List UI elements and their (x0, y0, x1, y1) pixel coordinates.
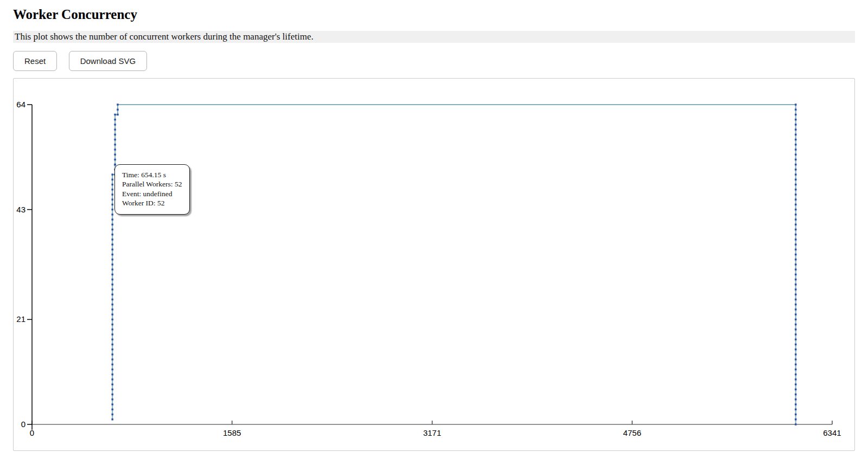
page-description: This plot shows the number of concurrent… (13, 31, 855, 43)
toolbar: Reset Download SVG (13, 51, 855, 71)
tooltip-line-time: Time: 654.15 s (122, 170, 182, 179)
tooltip-line-workers: Parallel Workers: 52 (122, 179, 182, 189)
svg-text:1585: 1585 (223, 428, 241, 437)
svg-text:3171: 3171 (423, 428, 441, 437)
reset-button[interactable]: Reset (13, 51, 57, 71)
tooltip: Time: 654.15 s Parallel Workers: 52 Even… (114, 164, 190, 215)
tooltip-line-worker-id: Worker ID: 52 (122, 198, 182, 208)
download-svg-button[interactable]: Download SVG (69, 51, 148, 71)
svg-text:21: 21 (16, 314, 25, 324)
svg-text:4756: 4756 (623, 428, 641, 437)
chart-panel: 015853171475663410214364 Time: 654.15 s … (13, 78, 855, 451)
svg-text:6341: 6341 (823, 428, 841, 437)
concurrency-chart[interactable]: 015853171475663410214364 (14, 79, 854, 450)
svg-text:64: 64 (16, 100, 25, 109)
svg-text:0: 0 (21, 420, 25, 429)
page-title: Worker Concurrency (13, 7, 855, 23)
svg-text:43: 43 (16, 205, 25, 214)
tooltip-line-event: Event: undefined (122, 189, 182, 198)
